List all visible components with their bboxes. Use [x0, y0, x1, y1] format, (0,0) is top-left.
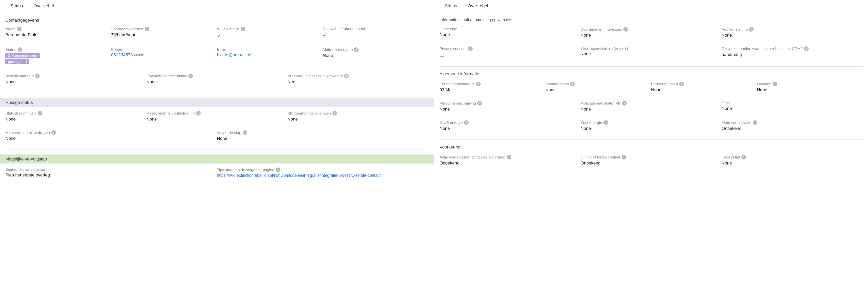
field-eerste-contact: Eerste contactdatum i 03 Mar [440, 82, 545, 92]
motivatie-info-icon[interactable]: i [622, 101, 627, 106]
op-welke-info-icon[interactable]: i [804, 46, 809, 51]
xr-intro-info-icon[interactable]: i [344, 74, 349, 78]
phone-label: Phone [111, 47, 211, 51]
wil-aktief-info-icon[interactable]: i [241, 27, 245, 31]
voorkeuren-row1: Actie voeren en/of achter de schermen i … [440, 155, 863, 170]
xr-intro-value: Nee [287, 79, 423, 84]
tab-over-rebel-left[interactable]: Over rebel [28, 0, 59, 12]
field-doorgegeven: Doorgegeven interesses i None [581, 27, 722, 38]
kost-energie-info-icon[interactable]: i [603, 120, 608, 125]
location-info-icon[interactable]: i [773, 82, 777, 86]
doorgegeven-label: Doorgegeven interesses i [581, 27, 716, 32]
tags-value: None [722, 106, 857, 111]
right-panel: Status Over rebel Informatie vanuit aanm… [434, 0, 868, 294]
field-tips: Tips staan op de volgende pagina i https… [217, 168, 429, 178]
right-divider1 [440, 66, 863, 67]
field-mate: Mate van initiatief i Onbekend [722, 120, 863, 131]
privacy-checkbox-box[interactable] [440, 52, 444, 57]
field-status: Status i 3. Gecontacteerd, gereageerd [5, 47, 111, 65]
tips-info-icon[interactable]: i [276, 168, 280, 172]
geeft-energie-info-icon[interactable]: i [464, 120, 469, 125]
field-manieren: Manieren om bij te dragen i None [5, 130, 217, 141]
voornaamwoorden-info-icon[interactable]: i [145, 27, 149, 31]
voorkeurstaal-info-icon[interactable]: i [570, 82, 575, 86]
gemeente-label: Gemeente [440, 27, 575, 31]
field-phone: Phone 061234578 Mobile [111, 47, 217, 65]
inzet-value: None [722, 160, 857, 166]
tips-value[interactable]: https://wiki.extinctionrebellion.nl/nl/h… [217, 173, 423, 178]
fav-contactmiddel-info-icon[interactable]: i [188, 74, 193, 78]
field-op-welke: Op welke manier kwam deze rebel in het C… [722, 46, 863, 58]
motivatie-label: Motivatie aansluiten XR i [581, 101, 716, 106]
additionele-value: None [722, 33, 857, 38]
divider2 [5, 149, 429, 150]
status-label: Status i [5, 47, 106, 52]
inzet-info-icon[interactable]: i [741, 155, 746, 159]
huidige-status-row1: Statusbeschrijving i None Meest recente … [5, 111, 429, 125]
tab-status-left[interactable]: Status [5, 0, 28, 12]
field-voorkeurstaal: Voorkeurstaal i None [545, 82, 651, 92]
contact-row3: Beschikbaarheid i None Favoriete contact… [5, 74, 429, 88]
fav-contactmiddel-value: None [146, 79, 282, 84]
xr-intro-label: XR introductiesessie bijgewoond i [287, 74, 423, 78]
status-badge1: 3. Gecontacteerd, [5, 53, 40, 58]
field-nieuwsbrief: Nieuwsbrief abonnement ✓ [323, 27, 428, 39]
field-naam: Naam i Bernadette Blok [5, 27, 111, 39]
actie-info-icon[interactable]: i [507, 155, 512, 159]
website-section-title: Informatie vanuit aanmelding op website [440, 17, 863, 22]
privacy-info-icon[interactable]: i [468, 46, 473, 51]
statusbeschrijving-info-icon[interactable]: i [38, 111, 42, 115]
volgende-stap-label: Volgende stap i [217, 130, 423, 135]
naam-info-icon[interactable]: i [17, 27, 22, 31]
field-additionele: Additionele info i None [722, 27, 863, 38]
kost-energie-label: Kost energie i [581, 120, 716, 125]
meest-recente-info-icon[interactable]: i [196, 111, 201, 115]
nieuwsbrief-label: Nieuwsbrief abonnement [323, 27, 423, 31]
additionele-info-icon[interactable]: i [749, 27, 754, 32]
field-mattermost: Mattermost-naam i None [323, 47, 428, 65]
field-voornaamwoorden: Voornaamwoorden i Zij/haar/haar [111, 27, 217, 39]
online-info-icon[interactable]: i [622, 155, 626, 159]
field-beschikbaarheid: Beschikbaarheid i None [5, 74, 146, 84]
online-label: Online of fysiek contact i [581, 155, 716, 159]
tab-over-rebel-right[interactable]: Over rebel [462, 0, 493, 12]
geeft-energie-value: None [440, 126, 575, 131]
right-tabs: Status Over rebel [434, 0, 868, 12]
persoons-info-icon[interactable]: i [477, 101, 482, 106]
eerste-contact-info-icon[interactable]: i [476, 82, 480, 86]
doorgegeven-info-icon[interactable]: i [623, 27, 628, 32]
persoons-label: Persoonsbeschrijving i [440, 101, 575, 106]
mate-value: Onbekend [722, 126, 857, 131]
gemeente-value: None [440, 32, 575, 37]
statusbeschrijving-label: Statusbeschrijving i [5, 111, 141, 115]
field-statusbeschrijving: Statusbeschrijving i None [5, 111, 146, 121]
mate-label: Mate van initiatief i [722, 120, 857, 125]
beschikbaarheid-value: None [5, 79, 141, 84]
contact-section-title: Contactgegevens [5, 17, 429, 23]
beschikbaarheid-info-icon[interactable]: i [35, 74, 40, 78]
algemene-row2: Persoonsbeschrijving i None Motivatie aa… [440, 101, 863, 115]
volgende-stap-info-icon[interactable]: i [243, 130, 247, 135]
xr-communicatie-value: None [287, 116, 423, 121]
additionele-label: Additionele info i [722, 27, 857, 32]
volgende-stap-value: None [217, 136, 423, 141]
beheerste-info-icon[interactable]: i [679, 82, 684, 86]
mate-info-icon[interactable]: i [753, 120, 757, 125]
nieuwsbrief-value: ✓ [323, 32, 423, 38]
field-kost-energie: Kost energie i None [581, 120, 722, 131]
actie-label: Actie voeren en/of achter de schermen i [440, 155, 575, 159]
divider1 [5, 93, 429, 93]
xr-communicatie-label: XR communicatiekanalen i [287, 111, 423, 115]
mattermost-label: Mattermost-naam i [323, 47, 423, 52]
manieren-info-icon[interactable]: i [51, 130, 56, 135]
status-info-icon[interactable]: i [18, 47, 22, 52]
field-meest-recente: Meest recente contactdatum i None [146, 111, 287, 121]
xr-communicatie-info-icon[interactable]: i [332, 111, 337, 115]
voornaamwoorden-label: Voornaamwoorden i [111, 27, 211, 31]
statusbeschrijving-value: None [5, 116, 141, 121]
mattermost-info-icon[interactable]: i [354, 47, 359, 52]
mogelijke-vervolgstap-header: Mogelijke vervolgstap [0, 154, 434, 163]
field-actie: Actie voeren en/of achter de schermen i … [440, 155, 581, 166]
vervolgstap-row1: Suggesties vervolgstap Plan het eerste o… [5, 168, 429, 182]
tab-status-right[interactable]: Status [440, 0, 463, 12]
